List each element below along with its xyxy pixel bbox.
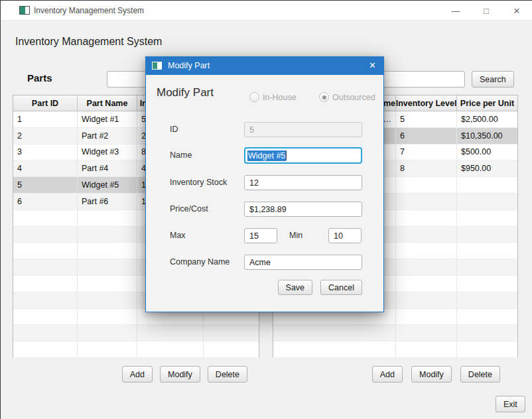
products-delete-button[interactable]: Delete (460, 366, 500, 383)
parts-section-label: Parts (27, 72, 52, 84)
table-row[interactable] (13, 341, 259, 358)
min-field[interactable] (328, 228, 362, 243)
search-button[interactable]: Search (472, 71, 514, 88)
table-cell (457, 227, 517, 243)
table-cell (78, 227, 137, 243)
max-field[interactable] (244, 228, 277, 243)
column-header[interactable]: Part Name (78, 95, 137, 111)
table-cell: 3 (13, 145, 78, 160)
parts-actions: Add Modify Delete (13, 366, 247, 383)
table-cell (78, 259, 137, 275)
table-cell (396, 309, 457, 325)
table-cell (396, 243, 457, 259)
radio-in-house-icon (249, 92, 259, 102)
table-cell (457, 210, 517, 226)
table-cell: 4 (13, 160, 78, 176)
table-cell: Part #6 (78, 194, 137, 210)
table-cell (457, 341, 517, 357)
table-cell: 6 (396, 128, 457, 144)
table-cell (396, 341, 457, 357)
exit-button[interactable]: Exit (496, 396, 525, 412)
table-cell (457, 243, 517, 259)
radio-outsourced-icon (319, 92, 329, 102)
table-cell (457, 309, 517, 325)
minimize-icon: — (452, 6, 460, 16)
table-cell: 2 (13, 128, 78, 144)
page-title: Inventory Management System (15, 36, 162, 48)
name-field-selected-text: Widget #5 (247, 150, 286, 161)
table-cell (13, 276, 78, 292)
dialog-heading: Modify Part (157, 86, 214, 99)
table-cell (396, 292, 457, 308)
radio-in-house[interactable]: In-House (249, 92, 297, 102)
products-add-button[interactable]: Add (372, 366, 403, 383)
dialog-close-button[interactable]: ✕ (369, 60, 376, 70)
table-cell: Part #4 (78, 160, 137, 176)
maximize-icon: □ (484, 6, 489, 16)
company-name-label: Company Name (170, 255, 230, 270)
id-label: ID (170, 122, 178, 137)
window-titlebar[interactable]: Inventory Management System — □ ✕ (1, 1, 532, 21)
table-row[interactable] (273, 341, 517, 358)
name-field[interactable]: Widget #5 (244, 147, 362, 164)
table-cell (396, 276, 457, 292)
table-cell (137, 341, 204, 357)
column-header[interactable]: Price per Unit (457, 95, 517, 111)
price-cost-field[interactable] (244, 202, 362, 217)
table-cell (204, 325, 259, 341)
table-cell: $10,350.00 (457, 128, 517, 144)
table-cell (457, 177, 517, 193)
parts-delete-button[interactable]: Delete (208, 366, 247, 383)
parts-add-button[interactable]: Add (122, 366, 153, 383)
table-cell (204, 341, 259, 357)
table-cell: 7 (396, 145, 457, 160)
dialog-icon (152, 62, 162, 70)
products-actions: Add Modify Delete (273, 366, 500, 383)
products-modify-button[interactable]: Modify (411, 366, 452, 383)
price-cost-label: Price/Cost (170, 202, 208, 217)
table-cell (13, 341, 78, 357)
dialog-titlebar[interactable]: Modify Part ✕ (146, 57, 383, 75)
text-caret (286, 150, 287, 160)
table-cell (13, 292, 78, 308)
table-cell (78, 243, 137, 259)
save-button[interactable]: Save (278, 280, 313, 295)
app-window: Inventory Management System — □ ✕ Invent… (0, 0, 532, 419)
table-cell (457, 292, 517, 308)
radio-outsourced[interactable]: Outsourced (319, 92, 375, 102)
table-cell (13, 243, 78, 259)
close-button[interactable]: ✕ (501, 1, 532, 21)
close-icon: ✕ (513, 6, 521, 16)
table-cell (78, 210, 137, 226)
table-cell (457, 194, 517, 210)
parts-modify-button[interactable]: Modify (160, 366, 200, 383)
inventory-stock-label: Inventory Stock (170, 175, 227, 190)
table-cell: 5 (13, 177, 78, 193)
table-row[interactable] (13, 325, 259, 341)
table-cell (396, 194, 457, 210)
minimize-button[interactable]: — (440, 1, 471, 21)
column-header[interactable]: Part ID (13, 95, 78, 111)
table-cell: $500.00 (457, 145, 517, 160)
company-name-field[interactable] (244, 255, 362, 270)
table-cell (13, 259, 78, 275)
radio-in-house-label: In-House (263, 93, 297, 102)
table-cell (13, 227, 78, 243)
table-cell: Part #2 (78, 128, 137, 144)
table-cell (78, 325, 137, 341)
table-cell: 5 (396, 111, 457, 127)
table-cell (457, 276, 517, 292)
dialog-title: Modify Part (168, 61, 210, 70)
column-header[interactable]: Inventory Level (396, 95, 457, 111)
table-cell: $950.00 (457, 160, 517, 176)
table-cell (78, 341, 137, 357)
max-label: Max (170, 228, 186, 243)
table-cell (396, 177, 457, 193)
dialog-actions: Save Cancel (146, 280, 362, 295)
table-cell (13, 309, 78, 325)
table-row[interactable] (273, 325, 517, 341)
cancel-button[interactable]: Cancel (320, 280, 362, 295)
inventory-stock-field[interactable] (244, 175, 362, 190)
maximize-button[interactable]: □ (471, 1, 501, 21)
name-label: Name (170, 148, 192, 163)
